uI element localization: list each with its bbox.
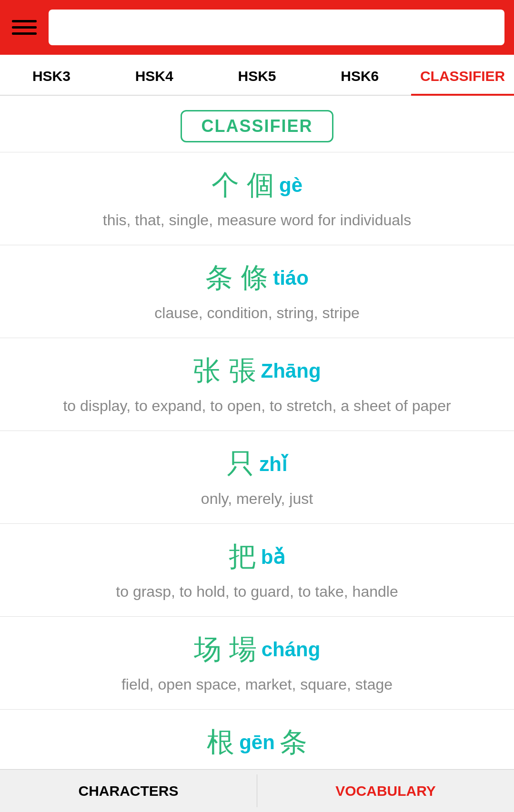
- hamburger-line-1: [12, 20, 37, 22]
- menu-button[interactable]: [10, 18, 39, 37]
- word-entry-tiao[interactable]: 条 條 tiáo clause, condition, string, stri…: [0, 245, 514, 338]
- word-chars-chang: 场 場 cháng: [14, 631, 500, 668]
- category-badge: CLASSIFIER: [181, 110, 333, 142]
- word-chars-zhi: 只 zhǐ: [14, 445, 500, 482]
- word-definition-ba: to grasp, to hold, to guard, to take, ha…: [14, 580, 500, 603]
- word-entry-ge[interactable]: 个 個 gè this, that, single, measure word …: [0, 152, 514, 245]
- word-pinyin-ba: bǎ: [261, 545, 286, 569]
- word-chars-ba: 把 bǎ: [14, 538, 500, 575]
- word-pinyin-ge: gè: [279, 174, 302, 197]
- word-pinyin-tiao: tiáo: [273, 267, 309, 290]
- word-pinyin-chang: cháng: [262, 638, 321, 661]
- word-pinyin-zhi: zhǐ: [259, 452, 287, 476]
- word-chars-gen: 根 gēn 条: [14, 724, 500, 761]
- tab-hsk6[interactable]: HSK6: [308, 55, 411, 96]
- word-entry-chang[interactable]: 场 場 cháng field, open space, market, squ…: [0, 617, 514, 710]
- nav-characters[interactable]: CHARACTERS: [0, 770, 257, 812]
- category-badge-wrapper: CLASSIFIER: [0, 96, 514, 152]
- search-input[interactable]: [49, 10, 504, 45]
- word-entry-zhi[interactable]: 只 zhǐ only, merely, just: [0, 431, 514, 524]
- hamburger-line-3: [12, 32, 37, 35]
- word-entry-ba[interactable]: 把 bǎ to grasp, to hold, to guard, to tak…: [0, 524, 514, 617]
- word-pinyin-gen: gēn: [239, 731, 275, 754]
- tab-classifier[interactable]: CLASSIFIER: [411, 55, 514, 96]
- bottom-nav: CHARACTERS VOCABULARY: [0, 769, 514, 812]
- hamburger-line-2: [12, 26, 37, 29]
- word-chars-gen-extra: 条: [280, 724, 307, 761]
- tab-bar: HSK3 HSK4 HSK5 HSK6 CLASSIFIER: [0, 55, 514, 96]
- tab-hsk3[interactable]: HSK3: [0, 55, 103, 96]
- tab-hsk4[interactable]: HSK4: [103, 55, 206, 96]
- app-header: [0, 0, 514, 55]
- word-chars-tiao: 条 條 tiáo: [14, 260, 500, 297]
- word-chars-ge: 个 個 gè: [14, 167, 500, 204]
- word-pinyin-zhang: Zhāng: [261, 360, 321, 382]
- word-definition-zhi: only, merely, just: [14, 487, 500, 510]
- word-definition-zhang: to display, to expand, to open, to stret…: [14, 394, 500, 417]
- word-definition-ge: this, that, single, measure word for ind…: [14, 209, 500, 231]
- word-chars-zhang: 张 張 Zhāng: [14, 352, 500, 390]
- tab-hsk5[interactable]: HSK5: [206, 55, 309, 96]
- word-definition-chang: field, open space, market, square, stage: [14, 673, 500, 696]
- word-entry-zhang[interactable]: 张 張 Zhāng to display, to expand, to open…: [0, 338, 514, 431]
- nav-vocabulary[interactable]: VOCABULARY: [257, 770, 514, 812]
- word-definition-tiao: clause, condition, string, stripe: [14, 301, 500, 324]
